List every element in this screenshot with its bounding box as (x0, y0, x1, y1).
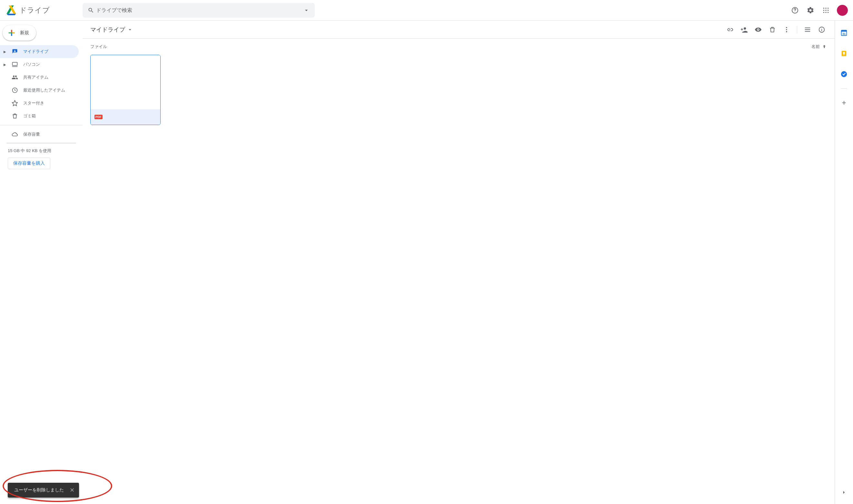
nav-label: 共有アイテム (23, 74, 48, 80)
arrow-up-icon (822, 44, 827, 49)
chevron-down-icon (127, 27, 133, 33)
side-panel: 31 (835, 21, 853, 504)
star-icon (12, 100, 18, 106)
more-icon[interactable] (780, 23, 793, 36)
buy-storage-button[interactable]: 保存容量を購入 (8, 158, 50, 169)
computer-icon (12, 61, 18, 68)
collapse-panel-icon[interactable] (837, 486, 850, 499)
svg-point-22 (843, 52, 845, 54)
svg-point-15 (786, 31, 787, 32)
nav-label: パソコン (23, 61, 40, 67)
settings-icon[interactable] (804, 4, 817, 17)
search-bar[interactable] (83, 3, 315, 18)
info-icon[interactable] (815, 23, 828, 36)
nav-shared[interactable]: 共有アイテム (0, 71, 79, 84)
header-icons (788, 4, 848, 17)
preview-icon[interactable] (752, 23, 765, 36)
add-addon-icon[interactable] (837, 96, 850, 109)
nav-list: ▶ マイドライブ ▶ パソコン 共有アイテム (0, 45, 83, 141)
files-label: ファイル (90, 44, 107, 50)
nav-label: 最近使用したアイテム (23, 87, 65, 93)
help-icon[interactable] (788, 4, 801, 17)
svg-point-2 (823, 7, 824, 8)
svg-point-8 (823, 12, 824, 13)
rail-divider (841, 88, 847, 89)
sort-control[interactable]: 名前 (812, 44, 827, 50)
files-grid: PDF (83, 52, 835, 128)
account-avatar[interactable] (837, 5, 848, 16)
caret-right-icon: ▶ (3, 50, 6, 54)
sort-label: 名前 (812, 44, 820, 50)
breadcrumb[interactable]: マイドライブ (90, 26, 133, 34)
apps-grid-icon[interactable] (819, 4, 832, 17)
pdf-badge-icon: PDF (94, 115, 103, 119)
list-view-icon[interactable] (801, 23, 814, 36)
clock-icon (12, 87, 18, 93)
nav-recent[interactable]: 最近使用したアイテム (0, 84, 79, 97)
svg-point-10 (828, 12, 829, 13)
toast-wrap: ユーザーを削除しました ✕ (8, 483, 79, 498)
sidebar: 新規 ▶ マイドライブ ▶ パソコン (0, 21, 83, 504)
logo-wrap[interactable]: ドライブ (6, 5, 83, 16)
delete-icon[interactable] (766, 23, 779, 36)
toast: ユーザーを削除しました ✕ (8, 483, 79, 498)
svg-point-5 (823, 10, 824, 11)
new-button-label: 新規 (20, 30, 29, 36)
nav-starred[interactable]: スター付き (0, 97, 79, 110)
svg-rect-11 (13, 62, 17, 66)
trash-icon (12, 113, 18, 119)
svg-point-3 (825, 7, 826, 8)
svg-point-7 (828, 10, 829, 11)
caret-right-icon: ▶ (3, 63, 6, 66)
nav-label: スター付き (23, 100, 44, 106)
nav-storage[interactable]: 保存容量 (0, 128, 79, 141)
storage-usage-text: 15 GB 中 92 KB を使用 (0, 143, 83, 158)
search-options-icon[interactable] (301, 5, 312, 16)
close-icon[interactable]: ✕ (70, 487, 74, 493)
svg-point-9 (825, 12, 826, 13)
nav-computers[interactable]: ▶ パソコン (0, 58, 79, 71)
tasks-app-icon[interactable] (837, 68, 850, 80)
breadcrumb-title: マイドライブ (90, 26, 125, 34)
nav-my-drive[interactable]: ▶ マイドライブ (0, 45, 79, 58)
nav-divider (0, 125, 83, 125)
nav-label: 保存容量 (23, 131, 40, 137)
plus-icon (7, 28, 16, 37)
search-wrap (83, 3, 788, 18)
file-thumbnail (91, 55, 160, 109)
shared-icon (12, 74, 18, 80)
svg-rect-23 (843, 54, 845, 55)
file-card[interactable]: PDF (90, 55, 161, 125)
file-footer: PDF (91, 109, 160, 125)
share-icon[interactable] (737, 23, 750, 36)
my-drive-icon (12, 48, 18, 55)
app-header: ドライブ (0, 0, 853, 21)
get-link-icon[interactable] (724, 23, 736, 36)
toolbar-separator (797, 26, 797, 34)
nav-label: マイドライブ (23, 49, 48, 54)
main-content: マイドライブ ファイル 名前 (83, 21, 835, 504)
nav-label: ゴミ箱 (23, 113, 36, 119)
new-button[interactable]: 新規 (3, 25, 36, 41)
svg-rect-19 (841, 30, 847, 32)
keep-app-icon[interactable] (837, 47, 850, 60)
toast-message: ユーザーを削除しました (14, 487, 64, 493)
breadcrumb-bar: マイドライブ (83, 21, 835, 39)
search-input[interactable] (96, 7, 301, 13)
files-section-header: ファイル 名前 (83, 39, 835, 52)
svg-point-6 (825, 10, 826, 11)
svg-point-1 (795, 12, 795, 12)
svg-point-14 (786, 29, 787, 30)
calendar-app-icon[interactable]: 31 (837, 26, 850, 39)
search-icon[interactable] (86, 5, 96, 16)
svg-point-4 (828, 7, 829, 8)
app-name: ドライブ (19, 5, 50, 15)
drive-logo-icon (6, 5, 17, 16)
nav-trash[interactable]: ゴミ箱 (0, 110, 79, 123)
svg-point-13 (786, 27, 787, 28)
cloud-icon (12, 131, 18, 138)
svg-text:31: 31 (842, 32, 846, 35)
action-toolbar (724, 23, 828, 36)
